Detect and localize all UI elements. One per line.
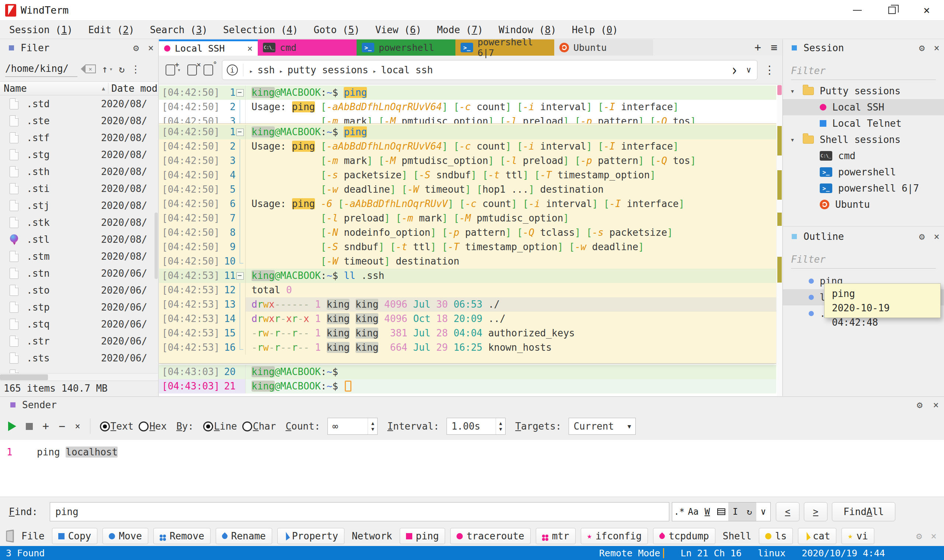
toolbar-button-remove[interactable]: Remove bbox=[153, 528, 211, 544]
restore-button[interactable] bbox=[875, 0, 909, 21]
file-row[interactable]: .stn2020/06/ bbox=[0, 265, 158, 282]
platform-indicator[interactable]: linux bbox=[758, 548, 785, 558]
clear-path-icon[interactable]: × bbox=[86, 65, 96, 73]
toolbar-button-move[interactable]: Move bbox=[102, 528, 148, 544]
terminal-scrollbar[interactable] bbox=[777, 85, 782, 396]
file-row[interactable]: .sts2020/06/ bbox=[0, 350, 158, 366]
session-item-cmd[interactable]: C:\_cmd bbox=[783, 148, 944, 164]
incremental-icon[interactable]: I bbox=[728, 503, 742, 521]
toolbar-button-cat[interactable]: cat bbox=[798, 528, 836, 544]
by-radio-char[interactable] bbox=[242, 422, 252, 431]
find-previous-button[interactable]: < bbox=[776, 502, 799, 521]
menu-item-help[interactable]: Help (0) bbox=[564, 21, 626, 39]
send-stop-icon[interactable] bbox=[26, 423, 33, 430]
filer-settings-icon[interactable]: ⚙ bbox=[129, 42, 143, 54]
toolbar-button-traceroute[interactable]: traceroute bbox=[450, 528, 531, 544]
filer-path-input[interactable] bbox=[5, 61, 77, 77]
session-item-local-telnet[interactable]: Local Telnet bbox=[783, 115, 944, 132]
session-item-ubuntu[interactable]: Ubuntu bbox=[783, 196, 944, 212]
chevron-down-icon[interactable]: ▾ bbox=[790, 135, 800, 144]
file-row[interactable]: .str2020/06/ bbox=[0, 333, 158, 350]
session-item-powershell[interactable]: >_powershell bbox=[783, 164, 944, 180]
breadcrumb-item[interactable]: ssh bbox=[258, 65, 275, 75]
session-settings-icon[interactable]: ⚙ bbox=[915, 42, 929, 54]
toolbar-button-tcpdump[interactable]: tcpdump bbox=[653, 528, 716, 544]
toolbar-settings-icon[interactable]: ⚙ bbox=[916, 531, 922, 542]
format-radio-text[interactable] bbox=[100, 422, 110, 431]
tab-powershell[interactable]: >_powershell bbox=[356, 39, 455, 55]
toolbar-button-property[interactable]: Property bbox=[277, 528, 344, 544]
file-row[interactable]: .stl2020/08/ bbox=[0, 231, 158, 248]
file-row[interactable]: .sti2020/08/ bbox=[0, 180, 158, 197]
door-icon[interactable] bbox=[6, 529, 14, 543]
file-row[interactable]: .stk2020/08/ bbox=[0, 214, 158, 231]
close-button[interactable]: × bbox=[909, 0, 944, 21]
find-all-button[interactable]: Find All bbox=[832, 502, 895, 521]
session-item-local-ssh[interactable]: Local SSH bbox=[783, 99, 944, 115]
session-group[interactable]: ▾Shell sessions bbox=[783, 132, 944, 148]
scrollbar-handle[interactable] bbox=[777, 85, 782, 95]
mode-indicator[interactable]: Remote Mode bbox=[599, 548, 660, 558]
toolbar-button-ping[interactable]: ping bbox=[400, 528, 446, 544]
refresh-icon[interactable]: ↻ bbox=[119, 63, 125, 75]
outline-settings-icon[interactable]: ⚙ bbox=[915, 231, 929, 242]
file-row[interactable]: .std2020/08/ bbox=[0, 95, 158, 112]
new-session-icon[interactable]: + bbox=[165, 65, 175, 75]
menu-item-goto[interactable]: Goto (5) bbox=[306, 21, 367, 39]
fold-marker-icon[interactable] bbox=[236, 125, 245, 139]
up-directory-icon[interactable]: ↑ bbox=[102, 63, 108, 75]
toolbar-button-vi[interactable]: ★vi bbox=[842, 528, 874, 544]
file-row[interactable]: .stf2020/08/ bbox=[0, 129, 158, 146]
file-row[interactable]: .stm2020/08/ bbox=[0, 248, 158, 265]
interval-spin-buttons[interactable]: ▲▼ bbox=[495, 418, 505, 434]
menu-item-view[interactable]: View (6) bbox=[368, 21, 429, 39]
count-spinner[interactable]: ∞ ▲▼ bbox=[327, 418, 378, 435]
outline-filter-input[interactable] bbox=[791, 250, 936, 269]
fold-marker-icon[interactable] bbox=[236, 269, 245, 283]
count-spin-buttons[interactable]: ▲▼ bbox=[368, 418, 377, 434]
add-line-icon[interactable]: + bbox=[42, 421, 49, 432]
toolbar-button-rename[interactable]: Rename bbox=[216, 528, 272, 544]
by-radio-line[interactable] bbox=[203, 422, 213, 431]
filer-menu-icon[interactable]: ⋮ bbox=[131, 63, 140, 75]
breadcrumb-item[interactable]: putty sessions bbox=[288, 65, 369, 75]
sender-close-icon[interactable]: × bbox=[928, 399, 944, 411]
toolbar-close-icon[interactable]: × bbox=[931, 531, 936, 542]
send-play-icon[interactable] bbox=[8, 422, 16, 431]
match-case-icon[interactable]: Aa bbox=[686, 503, 700, 521]
file-row[interactable]: .stq2020/06/ bbox=[0, 316, 158, 333]
toolbar-button-ls[interactable]: ls bbox=[759, 528, 793, 544]
close-session-icon[interactable]: × bbox=[187, 65, 197, 75]
wrap-around-icon[interactable]: ↻ bbox=[742, 503, 756, 521]
tab-ubuntu[interactable]: Ubuntu bbox=[554, 39, 653, 55]
outline-close-icon[interactable]: × bbox=[929, 231, 944, 242]
clear-icon[interactable]: × bbox=[75, 422, 80, 431]
sender-settings-icon[interactable]: ⚙ bbox=[912, 399, 928, 411]
session-close-icon[interactable]: × bbox=[929, 42, 944, 54]
file-row[interactable]: .stg2020/08/ bbox=[0, 146, 158, 163]
filer-close-icon[interactable]: × bbox=[143, 42, 158, 54]
count-value[interactable]: ∞ bbox=[328, 421, 368, 432]
breadcrumb-item[interactable]: local ssh bbox=[381, 65, 433, 75]
in-selection-icon[interactable] bbox=[714, 503, 728, 521]
menu-item-mode[interactable]: Mode (7) bbox=[429, 21, 491, 39]
find-next-button[interactable]: > bbox=[804, 502, 827, 521]
toolbar-button-mtr[interactable]: mtr bbox=[536, 528, 575, 544]
filer-vertical-scrollbar[interactable] bbox=[154, 212, 158, 279]
toolbar-button-ifconfig[interactable]: ★ifconfig bbox=[581, 528, 648, 544]
interval-spinner[interactable]: 1.00s ▲▼ bbox=[447, 418, 506, 435]
terminal-menu-icon[interactable]: ⋮ bbox=[764, 63, 775, 76]
address-bar[interactable]: i ▸ssh▸putty sessions▸local ssh › ∨ bbox=[222, 60, 757, 80]
column-date-modified[interactable]: Date mod bbox=[108, 83, 158, 94]
file-row[interactable]: .sto2020/06/ bbox=[0, 282, 158, 299]
tab-local-ssh[interactable]: Local SSH× bbox=[159, 39, 258, 55]
column-name[interactable]: Name ▲ bbox=[0, 83, 108, 94]
menu-item-search[interactable]: Search (3) bbox=[142, 21, 215, 39]
targets-dropdown[interactable]: Current ▼ bbox=[569, 418, 636, 435]
regex-icon[interactable]: .* bbox=[672, 503, 686, 521]
info-icon[interactable]: i bbox=[227, 65, 238, 75]
tab-cmd[interactable]: C:\_cmd bbox=[258, 39, 356, 55]
menu-item-window[interactable]: Window (8) bbox=[491, 21, 564, 39]
minimize-button[interactable] bbox=[840, 0, 875, 21]
sender-editor[interactable]: 1 ping localhost bbox=[0, 440, 944, 497]
